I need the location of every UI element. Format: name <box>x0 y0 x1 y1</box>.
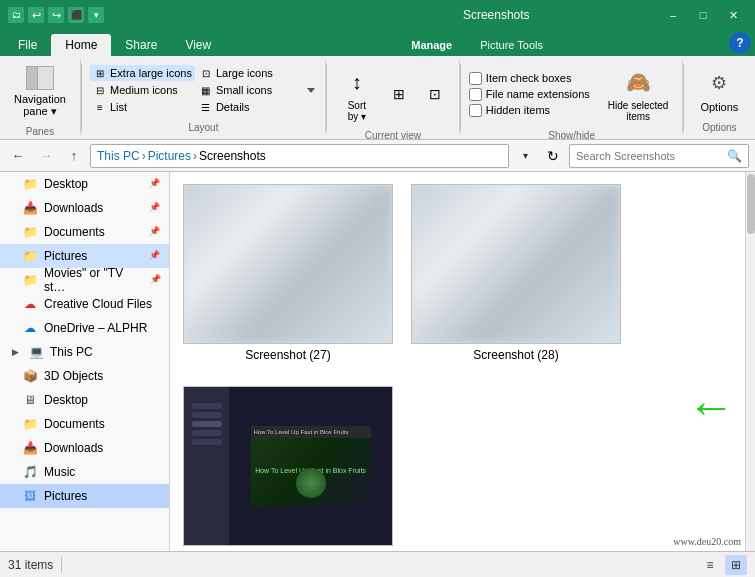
hidden-items-option[interactable]: Hidden items <box>469 104 590 117</box>
up-button[interactable]: ↑ <box>62 144 86 168</box>
close-button[interactable]: ✕ <box>719 5 747 25</box>
item-check-boxes-checkbox[interactable] <box>469 72 482 85</box>
file-item-screenshot-29[interactable]: How To Level Up Fast in Blox Fruits How … <box>178 382 398 551</box>
showhide-content: Item check boxes File name extensions Hi… <box>469 62 675 126</box>
sidebar-item-this-pc[interactable]: ▶ 💻 This PC <box>0 340 169 364</box>
options-label: Options <box>700 101 738 113</box>
ribbon-group-showhide: Item check boxes File name extensions Hi… <box>461 60 684 135</box>
window-title: Screenshots <box>334 8 660 22</box>
tab-file[interactable]: File <box>4 34 51 56</box>
layout-medium[interactable]: ⊟ Medium icons <box>90 82 195 98</box>
layout-group-label: Layout <box>188 118 218 133</box>
layout-options: ⊞ Extra large icons ⊡ Large icons ⊟ Medi… <box>90 65 301 115</box>
sidebar-item-creative-cloud[interactable]: ☁ Creative Cloud Files <box>0 292 169 316</box>
properties-icon[interactable]: ⬛ <box>68 7 84 23</box>
group-by-button[interactable]: ⊞ <box>383 80 415 108</box>
ribbon-tabs: File Home Share View Manage Picture Tool… <box>0 30 755 56</box>
view-icons-row: ⊞ ⊡ <box>383 80 451 108</box>
sidebar-item-downloads[interactable]: 📥 Downloads 📌 <box>0 196 169 220</box>
hide-selected-button[interactable]: 🙈 Hide selecteditems <box>602 62 675 126</box>
address-bar: ← → ↑ This PC › Pictures › Screenshots ▾… <box>0 140 755 172</box>
layout-large[interactable]: ⊡ Large icons <box>196 65 301 81</box>
context-tab-manage[interactable]: Manage <box>397 34 466 56</box>
title-bar-left: 🗂 ↩ ↪ ⬛ ▾ <box>8 7 334 23</box>
pin-icon-downloads: 📌 <box>149 202 161 214</box>
desktop-icon: 📁 <box>22 176 38 192</box>
tab-view[interactable]: View <box>171 34 225 56</box>
sidebar-item-onedrive[interactable]: ☁ OneDrive – ALPHR <box>0 316 169 340</box>
this-pc-icon: 💻 <box>28 344 44 360</box>
file-item-screenshot-28[interactable]: Screenshot (28) <box>406 180 626 366</box>
hide-selected-label: Hide selecteditems <box>608 100 669 122</box>
sidebar-item-desktop[interactable]: 📁 Desktop 📌 <box>0 172 169 196</box>
label-29: Screenshot (29) <box>245 550 330 551</box>
showhide-group-label: Show/hide <box>548 126 595 141</box>
forward-button[interactable]: → <box>34 144 58 168</box>
layout-dropdown[interactable] <box>305 86 317 95</box>
sidebar-item-movies[interactable]: 📁 Movies" or "TV st… 📌 <box>0 268 169 292</box>
3d-objects-icon: 📦 <box>22 368 38 384</box>
undo-icon[interactable]: ↩ <box>28 7 44 23</box>
add-column-icon: ⊡ <box>429 86 441 102</box>
search-input[interactable] <box>576 150 723 162</box>
pin-icon-documents: 📌 <box>149 226 161 238</box>
breadcrumb-item-screenshots[interactable]: Screenshots <box>199 149 266 163</box>
add-column-button[interactable]: ⊡ <box>419 80 451 108</box>
tab-home[interactable]: Home <box>51 34 111 56</box>
dropdown-path-button[interactable]: ▾ <box>513 144 537 168</box>
nav-pane-label: Navigationpane ▾ <box>14 93 66 118</box>
redo-icon[interactable]: ↪ <box>48 7 64 23</box>
sidebar-item-pictures2[interactable]: 🖼 Pictures <box>0 484 169 508</box>
tab-share[interactable]: Share <box>111 34 171 56</box>
sort-by-button[interactable]: ↕ Sortby ▾ <box>335 62 379 126</box>
breadcrumb-item-pictures[interactable]: Pictures <box>148 149 191 163</box>
scrollbar-thumb[interactable] <box>747 174 755 234</box>
layout-extra-large[interactable]: ⊞ Extra large icons <box>90 65 195 81</box>
breadcrumb-item-this-pc[interactable]: This PC <box>97 149 140 163</box>
quick-access-icon[interactable]: 🗂 <box>8 7 24 23</box>
sidebar-item-documents2[interactable]: 📁 Documents <box>0 412 169 436</box>
layout-content: ⊞ Extra large icons ⊡ Large icons ⊟ Medi… <box>90 62 317 118</box>
item-check-boxes-option[interactable]: Item check boxes <box>469 72 590 85</box>
scrollbar-track[interactable] <box>745 172 755 551</box>
music-icon: 🎵 <box>22 464 38 480</box>
grid-view-button[interactable]: ⊞ <box>725 555 747 575</box>
context-tab-picture-tools[interactable]: Picture Tools <box>466 34 557 56</box>
green-arrow: ← <box>687 383 735 431</box>
list-view-button[interactable]: ≡ <box>699 555 721 575</box>
pin-icon-pictures: 📌 <box>149 250 161 262</box>
sidebar-item-music[interactable]: 🎵 Music <box>0 460 169 484</box>
layout-list[interactable]: ≡ List <box>90 99 195 115</box>
refresh-button[interactable]: ↻ <box>541 144 565 168</box>
blur-27 <box>184 185 392 343</box>
downloads2-icon: 📥 <box>22 440 38 456</box>
hidden-items-checkbox[interactable] <box>469 104 482 117</box>
sidebar-item-pictures[interactable]: 📁 Pictures 📌 <box>0 244 169 268</box>
sc29-circle <box>296 468 326 498</box>
help-button[interactable]: ? <box>729 32 751 54</box>
group-by-icon: ⊞ <box>393 86 405 102</box>
dropdown-icon[interactable]: ▾ <box>88 7 104 23</box>
item-count: 31 items <box>8 558 53 572</box>
file-name-extensions-option[interactable]: File name extensions <box>469 88 590 101</box>
minimize-button[interactable]: – <box>659 5 687 25</box>
navigation-pane-button[interactable]: Navigationpane ▾ <box>8 62 72 122</box>
sidebar-item-documents[interactable]: 📁 Documents 📌 <box>0 220 169 244</box>
sidebar-item-desktop2[interactable]: 🖥 Desktop <box>0 388 169 412</box>
pictures2-icon: 🖼 <box>22 488 38 504</box>
maximize-button[interactable]: □ <box>689 5 717 25</box>
nav-pane-icon <box>26 66 54 90</box>
file-item-screenshot-27[interactable]: Screenshot (27) <box>178 180 398 366</box>
sidebar-item-3d-objects[interactable]: 📦 3D Objects <box>0 364 169 388</box>
pictures-icon: 📁 <box>22 248 38 264</box>
sidebar-item-downloads2[interactable]: 📥 Downloads <box>0 436 169 460</box>
file-content[interactable]: Screenshot (27) Screenshot (28) <box>170 172 755 551</box>
file-name-extensions-checkbox[interactable] <box>469 88 482 101</box>
sort-label: Sortby ▾ <box>348 100 366 122</box>
layout-details[interactable]: ☰ Details <box>196 99 301 115</box>
layout-small[interactable]: ▦ Small icons <box>196 82 301 98</box>
options-button[interactable]: ⚙ Options <box>692 63 746 117</box>
breadcrumb-sep-1: › <box>142 149 146 163</box>
back-button[interactable]: ← <box>6 144 30 168</box>
thumb-27 <box>183 184 393 344</box>
